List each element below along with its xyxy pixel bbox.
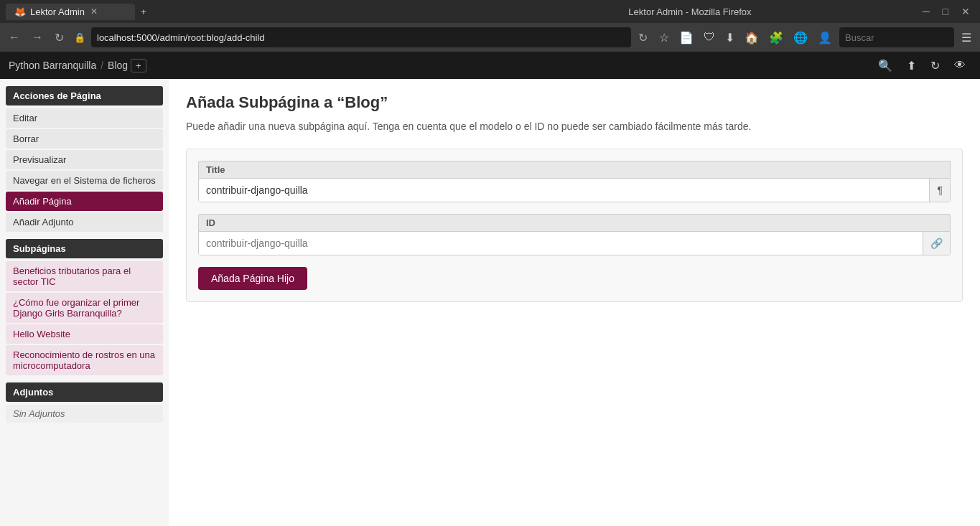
title-pilcrow-icon[interactable]: ¶ <box>929 179 950 202</box>
sidebar-item-previsualizar[interactable]: Previsualizar <box>6 150 163 169</box>
close-icon[interactable]: ✕ <box>957 4 974 19</box>
browser-toolbar: ← → ↻ 🔒 ↻ ☆ 📄 🛡 ⬇ 🏠 🧩 🌐 👤 ☰ <box>0 23 980 52</box>
tab-favicon: 🦊 <box>14 6 26 17</box>
adjuntos-section: Adjuntos Sin Adjuntos <box>6 382 163 423</box>
admin-topbar: Python Barranquilla / Blog + 🔍 ⬆ ↻ 👁 <box>0 52 980 79</box>
sidebar-item-añadir-pagina[interactable]: Añadir Página <box>6 192 163 211</box>
reader-icon[interactable]: 📄 <box>675 28 698 47</box>
sidebar-item-borrar[interactable]: Borrar <box>6 129 163 149</box>
admin-right-icons: 🔍 ⬆ ↻ 👁 <box>872 56 971 75</box>
id-field-group: ID 🔗 <box>198 214 951 255</box>
shield-icon[interactable]: 🛡 <box>699 28 719 47</box>
minimize-icon[interactable]: ─ <box>918 4 934 19</box>
subpage-item-1[interactable]: ¿Cómo fue organizar el primer Django Gir… <box>6 293 163 323</box>
id-input-wrapper: 🔗 <box>198 231 951 255</box>
lock-icon: 🔒 <box>71 32 88 43</box>
more-icon[interactable]: 👤 <box>813 28 836 47</box>
toolbar-icons: ☆ 📄 🛡 ⬇ 🏠 🧩 🌐 👤 <box>655 28 836 47</box>
sin-adjuntos-label: Sin Adjuntos <box>6 405 163 423</box>
home-icon[interactable]: 🏠 <box>740 28 763 47</box>
acciones-section-title: Acciones de Página <box>6 86 163 105</box>
back-button[interactable]: ← <box>4 28 24 47</box>
add-subpage-form: Title ¶ ID 🔗 Añada Página Hijo <box>186 149 963 302</box>
browser-titlebar: 🦊 Lektor Admin ✕ + Lektor Admin - Mozill… <box>0 0 980 23</box>
adjuntos-section-title: Adjuntos <box>6 382 163 402</box>
subpage-item-3[interactable]: Reconocimiento de rostros en una microco… <box>6 345 163 375</box>
id-link-icon[interactable]: 🔗 <box>923 232 950 255</box>
admin-search-button[interactable]: 🔍 <box>872 56 898 75</box>
address-bar[interactable] <box>91 27 631 47</box>
admin-refresh-button[interactable]: ↻ <box>925 56 946 75</box>
sidebar-item-añadir-adjunto[interactable]: Añadir Adjunto <box>6 212 163 232</box>
new-tab-button[interactable]: + <box>141 6 146 17</box>
subpage-item-2[interactable]: Hello Website <box>6 324 163 344</box>
download-icon[interactable]: ⬇ <box>721 28 739 47</box>
main-layout: Acciones de Página Editar Borrar Previsu… <box>0 79 980 526</box>
sidebar: Acciones de Página Editar Borrar Previsu… <box>0 79 169 526</box>
title-field-group: Title ¶ <box>198 161 951 202</box>
tab-bar: 🦊 Lektor Admin ✕ + <box>6 4 462 20</box>
breadcrumb-current[interactable]: Blog <box>108 60 128 71</box>
breadcrumb-separator: / <box>101 60 103 71</box>
window-controls: ─ □ ✕ <box>918 4 974 19</box>
content-area: Añada Subpágina a “Blog” Puede añadir un… <box>169 79 980 526</box>
title-input[interactable] <box>199 179 929 202</box>
subpaginas-section-title: Subpáginas <box>6 239 163 258</box>
breadcrumb-add-button[interactable]: + <box>131 59 146 72</box>
subpages-section: Subpáginas Beneficios tributarios para e… <box>6 239 163 375</box>
maximize-icon[interactable]: □ <box>938 4 953 19</box>
browser-tab[interactable]: 🦊 Lektor Admin ✕ <box>6 4 135 20</box>
tab-label: Lektor Admin <box>30 6 85 17</box>
bookmark-icon[interactable]: ☆ <box>655 28 673 47</box>
id-label: ID <box>198 214 951 231</box>
id-input[interactable] <box>199 232 923 255</box>
subpage-item-0[interactable]: Beneficios tributarios para el sector TI… <box>6 261 163 291</box>
tab-close-button[interactable]: ✕ <box>90 6 98 17</box>
menu-button[interactable]: ☰ <box>957 28 976 47</box>
submit-button[interactable]: Añada Página Hijo <box>198 267 307 290</box>
admin-preview-button[interactable]: 👁 <box>948 56 971 75</box>
title-input-wrapper: ¶ <box>198 178 951 202</box>
breadcrumb: Python Barranquilla / Blog + <box>9 59 146 72</box>
search-input[interactable] <box>839 27 954 47</box>
sidebar-item-navegar[interactable]: Navegar en el Sistema de ficheros <box>6 171 163 190</box>
page-heading: Añada Subpágina a “Blog” <box>186 93 963 112</box>
refresh-button[interactable]: ↻ <box>634 28 652 47</box>
title-label: Title <box>198 161 951 178</box>
extensions-icon[interactable]: 🧩 <box>765 28 788 47</box>
page-description: Puede añadir una nueva subpágina aquí. T… <box>186 119 963 134</box>
sidebar-item-editar[interactable]: Editar <box>6 108 163 128</box>
reload-button[interactable]: ↻ <box>50 28 68 47</box>
window-title: Lektor Admin - Mozilla Firefox <box>462 6 918 17</box>
forward-button[interactable]: → <box>27 28 47 47</box>
admin-upload-button[interactable]: ⬆ <box>901 56 922 75</box>
translate-icon[interactable]: 🌐 <box>789 28 812 47</box>
breadcrumb-home[interactable]: Python Barranquilla <box>9 60 96 71</box>
